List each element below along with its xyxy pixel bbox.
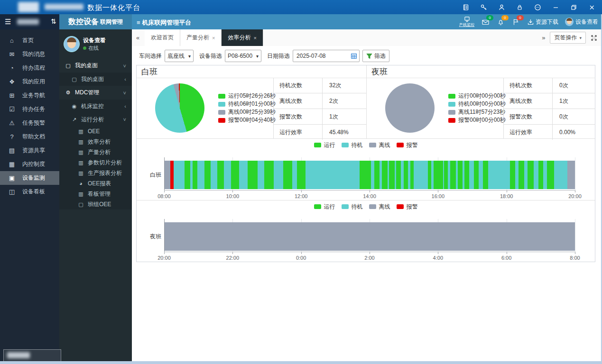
hamburger-icon[interactable]: ☰ <box>5 18 11 26</box>
tabs-scroll-right-icon[interactable]: » <box>542 29 545 46</box>
legend-swatch <box>218 102 225 107</box>
timeline-bar[interactable] <box>164 161 575 189</box>
sidebar-item-pending-tasks[interactable]: ☑待办任务 <box>0 102 59 116</box>
date-input[interactable]: 2025-07-08 <box>293 50 360 62</box>
notifications-badge: 0 <box>501 15 509 20</box>
sidebar-item-pending-flows[interactable]: ◔待办流程 <box>0 61 59 75</box>
device-view-link[interactable]: 设备查看 <box>565 18 598 26</box>
night-shift-pie-chart[interactable] <box>385 83 435 133</box>
tab-产量分析[interactable]: 产量分析× <box>180 29 222 46</box>
key-icon[interactable] <box>477 1 490 13</box>
x-axis-line <box>164 252 575 252</box>
sidebar-item-business-nav[interactable]: ⊞业务导航 <box>0 89 59 102</box>
menu-item-oee[interactable]: ▥OEE <box>59 126 132 136</box>
sidebar-item-task-alerts[interactable]: ⚠任务预警 <box>0 116 59 130</box>
segment-standby <box>306 161 360 189</box>
sidebar-item-device-board[interactable]: ◫设备看板 <box>0 185 59 199</box>
menu-item-efficiency-analysis[interactable]: ▥效率分析 <box>59 136 132 147</box>
tab-close-icon[interactable]: × <box>253 35 256 41</box>
tabs-scroll-left-icon[interactable]: « <box>136 29 139 46</box>
minimize-button[interactable] <box>549 1 562 13</box>
legend-label: 离线00时25分39秒 <box>228 108 276 116</box>
axis-tick-label: 18:00 <box>500 193 513 199</box>
more-options-icon[interactable] <box>531 1 544 13</box>
chevron-icon: ‹ <box>124 76 126 82</box>
close-button[interactable] <box>585 1 598 13</box>
filter-funnel-icon <box>366 53 372 59</box>
tab-operations-button[interactable]: 页签操作 ▾ <box>550 32 586 44</box>
help-icon: ? <box>8 133 16 140</box>
app-logo-blurred <box>18 2 39 12</box>
workshop-select[interactable]: 底座线▾ <box>165 50 194 62</box>
menu-item-machine-monitoring[interactable]: ◉机床监控‹ <box>59 100 132 113</box>
production-monitor-link[interactable]: 产线监控 <box>458 17 475 27</box>
menu-item-label: OEE报表 <box>88 180 111 188</box>
tab-close-icon[interactable]: × <box>212 35 215 41</box>
device-select[interactable]: P08-6500▾ <box>225 50 261 62</box>
menu-item-output-analysis[interactable]: ▥产量分析 <box>59 147 132 157</box>
notebook-icon[interactable] <box>459 1 472 13</box>
menu-item-parameter-slice-analysis[interactable]: ▥参数切片分析 <box>59 157 132 168</box>
menu-item-label: 生产报表分析 <box>88 169 122 177</box>
tab-label: 欢迎首页 <box>151 34 174 42</box>
sidebar-item-label: 任务预警 <box>22 119 45 127</box>
tab-效率分析[interactable]: 效率分析× <box>222 29 263 46</box>
timeline-plot[interactable]: 08:0010:0012:0014:0016:0018:0020:00 <box>164 157 575 191</box>
segment-run <box>297 161 306 189</box>
axis-tick <box>301 252 302 254</box>
axis-tick-label: 14:00 <box>363 193 376 199</box>
segment-alarm <box>170 161 174 189</box>
mail-button[interactable]: 0 <box>482 17 491 27</box>
sidebar-item-my-messages[interactable]: ✉我的消息 <box>0 47 59 61</box>
menu-item-team-oee[interactable]: ▢班组OEE <box>59 199 132 209</box>
axis-tick <box>164 252 165 254</box>
fullscreen-icon[interactable] <box>591 35 597 41</box>
sidebar-item-my-apps[interactable]: ❖我的应用 <box>0 75 59 89</box>
sidebar-item-help-docs[interactable]: ?帮助文档 <box>0 130 59 144</box>
sidebar-item-home[interactable]: ⌂首页 <box>0 34 59 47</box>
day-shift-pie-chart[interactable] <box>155 83 204 133</box>
menu-item-run-analysis[interactable]: ↗运行分析˅ <box>59 113 132 126</box>
stats-value: 2次 <box>323 97 338 105</box>
menu-item-production-report-analysis[interactable]: ▥生产报表分析 <box>59 168 132 178</box>
lock-icon[interactable] <box>513 1 526 13</box>
sidebar-item-device-monitoring[interactable]: ▣设备监测 <box>0 171 59 185</box>
tab-欢迎首页[interactable]: 欢迎首页 <box>145 29 180 46</box>
legend-item: 运行05时26分26秒 <box>218 92 276 100</box>
y-axis-line <box>164 219 165 252</box>
menu-lines-icon[interactable]: ≡ <box>137 19 140 26</box>
timeline-plot[interactable]: 20:0022:000:002:004:006:008:00 <box>164 219 575 252</box>
notifications-button[interactable]: 0 <box>497 17 506 27</box>
menu-item-my-desktop[interactable]: ▢我的桌面˅ <box>59 59 132 73</box>
navbar: ≡ 机床联网管理平台 产线监控 0 0 0 资源下载 <box>132 14 602 29</box>
taskbar-item-blurred[interactable] <box>3 349 61 362</box>
day-timeline-chart: 运行待机离线报警白班08:0010:0012:0014:0016:0018:00… <box>137 138 595 200</box>
filter-button[interactable]: 筛选 <box>362 50 389 62</box>
policy-icon: ▦ <box>8 161 16 168</box>
calendar-icon[interactable] <box>351 53 357 59</box>
switch-user-icon[interactable]: ⇅ <box>51 18 56 25</box>
sidebar-item-label: 我的消息 <box>22 50 45 58</box>
resource-download-link[interactable]: 资源下载 <box>528 18 558 26</box>
axis-tick-label: 2:00 <box>364 255 374 261</box>
sidebar-item-label: 设备监测 <box>22 174 45 182</box>
menu-item-board-management[interactable]: ▥看板管理 <box>59 189 132 199</box>
segment-offline <box>164 222 575 251</box>
legend-swatch <box>218 94 225 99</box>
timeline-bar[interactable] <box>164 222 575 251</box>
alerts-button[interactable]: 0 <box>512 17 521 27</box>
user-icon[interactable] <box>495 1 508 13</box>
gears-icon: ⚙ <box>65 90 72 96</box>
day-stats-table: 待机次数32次离线次数2次报警次数1次运行效率45.48% <box>273 78 366 138</box>
legend-item: 待机 <box>342 142 363 148</box>
menu-item-mdc-management[interactable]: ⚙MDC管理˅ <box>59 86 132 100</box>
restore-button[interactable] <box>567 1 580 13</box>
menu-item-oee-report[interactable]: ◕OEE报表 <box>59 178 132 189</box>
chart-bar-icon: ▥ <box>77 128 84 135</box>
day-pie-legend: 运行05时26分26秒待机06时01分00秒离线00时25分39秒报警00时04… <box>218 92 276 124</box>
menu-item-my-desktop-sub[interactable]: ▢我的桌面‹ <box>59 73 132 86</box>
sidebar-item-internal-control[interactable]: ▦内控制度 <box>0 157 59 171</box>
sidebar-item-resource-share[interactable]: ▤资源共享 <box>0 144 59 157</box>
stats-label: 运行效率 <box>504 125 553 140</box>
stats-value: 0次 <box>553 82 568 90</box>
